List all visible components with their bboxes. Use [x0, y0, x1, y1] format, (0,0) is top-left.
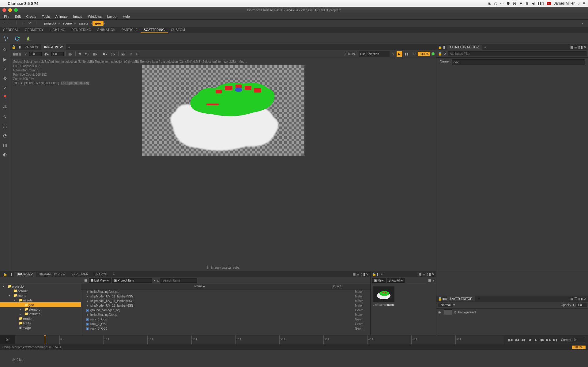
thumbnail-image[interactable]	[373, 286, 394, 302]
attr-editor-tab[interactable]: ATTRIBUTE EDITOR	[447, 45, 482, 50]
tab-search[interactable]: SEARCH	[91, 272, 110, 277]
tb-icon[interactable]: ⬢▾	[102, 51, 108, 57]
breadcrumb-dropdown[interactable]: ▾	[582, 21, 586, 25]
filter-select[interactable]: ▣ Project Item	[112, 278, 152, 283]
add-tab-button[interactable]: +	[475, 297, 482, 301]
tree-row[interactable]: ▾ 📁 scene	[0, 293, 81, 298]
shelf-tab-particle[interactable]: PARTICLE	[119, 27, 141, 33]
tb-icon[interactable]: ✂	[135, 51, 140, 57]
tree-row[interactable]: ▸ 📁 alembic	[0, 307, 81, 312]
wifi-icon[interactable]: ⋒	[526, 1, 529, 6]
minimize-window-button[interactable]	[8, 8, 12, 12]
panel-lock-icon[interactable]: 🔒	[10, 45, 17, 49]
layout-icon[interactable]: ▯	[360, 272, 362, 276]
layout-icon[interactable]: ☰	[422, 272, 425, 276]
close-window-button[interactable]	[2, 8, 6, 12]
tb-icon[interactable]: ▣▾	[120, 51, 127, 57]
tb-icon[interactable]: ⟲	[77, 51, 82, 57]
layer-name[interactable]: background	[458, 310, 476, 314]
menu-image[interactable]: Image	[71, 14, 85, 19]
shelf-tab-scattering[interactable]: SCATTERING	[141, 27, 168, 33]
crumb-project[interactable]: project:/	[42, 21, 58, 26]
goto-end-button[interactable]: ▶▮	[552, 337, 558, 343]
gamma-input[interactable]	[51, 52, 64, 56]
scatter-tool-icon[interactable]	[2, 35, 10, 42]
shelf-tab-animation[interactable]: ANIMATION	[94, 27, 119, 33]
attr-name-value[interactable]: geo	[452, 59, 585, 65]
thumb-icon[interactable]: ▦	[428, 278, 431, 282]
current-frame-input[interactable]	[573, 338, 585, 342]
tab-image-view[interactable]: IMAGE VIEW	[41, 44, 66, 50]
dropbox-icon[interactable]: ⬢	[507, 1, 510, 6]
list-item[interactable]: ●initialShadingGroupMater	[81, 312, 370, 317]
opacity-icon[interactable]: ◐	[573, 303, 576, 307]
panel-pin-icon[interactable]: ▮	[17, 45, 22, 49]
layer-editor-tab[interactable]: LAYER EDITOR	[447, 296, 475, 301]
next-frame-button[interactable]: ▮▶	[540, 337, 545, 343]
tb-dropdown[interactable]: ▾	[391, 51, 395, 57]
volume-icon[interactable]: ◀	[532, 1, 534, 6]
view-icon[interactable]: ▦	[84, 278, 87, 282]
close-panel-icon[interactable]: ✕	[584, 45, 586, 49]
menubar-icon[interactable]: ◉	[488, 1, 491, 6]
layout-icon[interactable]: ▮	[363, 272, 365, 276]
tab-browser[interactable]: BROWSER	[14, 272, 36, 277]
tree-row[interactable]: ▣ image	[0, 325, 81, 330]
list-item[interactable]: ●shipModel_UV_11_lambert3SGMater	[81, 294, 370, 299]
menubar-icon[interactable]: ▭	[500, 1, 503, 6]
panel-lock-icon[interactable]: 🔒	[438, 297, 442, 301]
pause-button[interactable]: ▮▮	[404, 51, 410, 57]
tab-explorer[interactable]: EXPLORER	[69, 272, 91, 277]
shelf-tab-geometry[interactable]: GEOMETRY	[22, 27, 47, 33]
menubar-icon[interactable]: ◎	[494, 1, 497, 6]
list-item[interactable]: ●shipModel_UV_11_lambert5SGMater	[81, 299, 370, 303]
spotlight-icon[interactable]: ⌕	[578, 1, 580, 6]
thumb-icon[interactable]: ⌕	[432, 279, 435, 282]
move-tool[interactable]: ✥	[1, 65, 9, 73]
view-mode-select[interactable]: ☰ List View ▾	[89, 278, 111, 283]
play-button[interactable]: ▶	[397, 51, 402, 57]
new-button[interactable]: ▣ New	[372, 278, 386, 283]
layout-icon[interactable]: ▮	[429, 272, 431, 276]
list-item[interactable]: ●shipModel_UV_11_lambert4SGMater	[81, 303, 370, 308]
prev-frame-button[interactable]: ◀▮	[520, 337, 526, 343]
pin-tool[interactable]: 📍	[1, 93, 9, 102]
menu-windows[interactable]: Windows	[85, 14, 104, 19]
layout-icon[interactable]: ☰	[356, 272, 360, 276]
add-tab-button[interactable]: +	[482, 45, 488, 49]
filter-icon[interactable]: ⊘	[444, 52, 447, 56]
tree-row[interactable]: 📁 lights	[0, 321, 81, 325]
tb-icon[interactable]: ⊕▾	[84, 51, 90, 57]
scale-tool[interactable]: ⤢	[1, 84, 9, 92]
crumb-geo[interactable]: geo	[92, 21, 104, 26]
select-tool[interactable]: ▶	[1, 55, 9, 64]
timeline-playhead[interactable]	[45, 335, 45, 344]
menu-help[interactable]: Help	[120, 14, 132, 19]
panel-pin-icon[interactable]: ▮	[443, 45, 445, 49]
maximize-window-button[interactable]	[14, 8, 18, 12]
tab-hierarchy[interactable]: HIERARCHY VIEW	[36, 272, 69, 277]
menu-animate[interactable]: Animate	[53, 14, 70, 19]
list-item[interactable]: ●initialShadingGroup1Mater	[81, 289, 370, 294]
rotate-tool[interactable]: ⟲	[1, 74, 9, 83]
attr-filter-input[interactable]	[448, 51, 586, 56]
nav-fwd-button[interactable]: →	[8, 21, 13, 26]
col-source[interactable]: Source	[318, 284, 355, 289]
nav-refresh-button[interactable]: ⟳	[27, 21, 32, 26]
step-fwd-button[interactable]: ▶▶	[546, 337, 552, 343]
add-tab-button[interactable]: +	[378, 272, 385, 276]
menu-icon[interactable]: ≡	[583, 1, 585, 6]
tree-icon[interactable]	[24, 35, 32, 42]
layer-visibility-icon[interactable]: ◉	[438, 310, 442, 314]
shelf-tab-rendering[interactable]: RENDERING	[69, 27, 95, 33]
tb-dropdown[interactable]: ▾	[24, 51, 28, 57]
list-item[interactable]: ▣rock_2_OBJGeom	[81, 322, 370, 326]
layout-icon[interactable]: ☰	[574, 45, 577, 49]
add-tab-button[interactable]: +	[66, 45, 73, 49]
panel-lock-icon[interactable]: 🔒	[438, 45, 442, 49]
layer-link-icon[interactable]: ⊘	[454, 310, 457, 314]
play-fwd-button[interactable]: ▶	[533, 337, 539, 343]
point-cloud-icon[interactable]	[13, 35, 21, 42]
menu-layout[interactable]: Layout	[105, 14, 120, 19]
layout-icon[interactable]: ▦	[570, 45, 573, 49]
